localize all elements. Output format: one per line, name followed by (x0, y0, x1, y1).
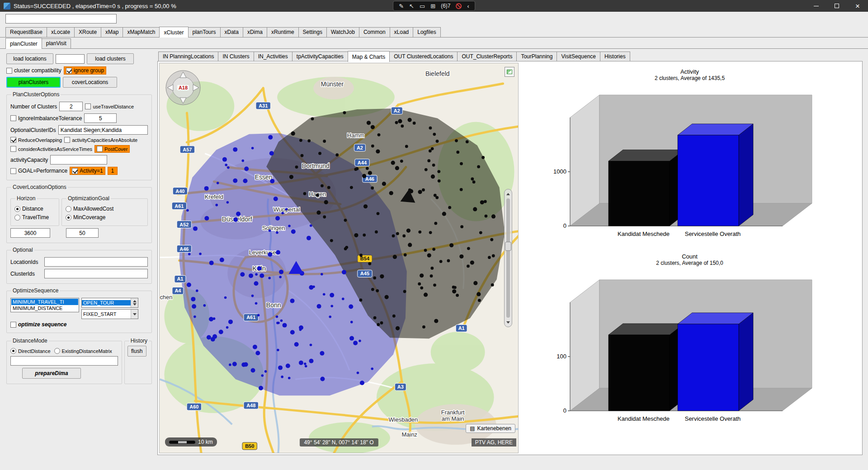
location-ids-input[interactable] (44, 257, 148, 267)
sub-tab-planvisit[interactable]: planVisit (42, 38, 71, 48)
prepare-dima-button[interactable]: prepareDima (22, 368, 81, 379)
frame-icon[interactable]: ▭ (420, 3, 425, 9)
main-tab-xmap[interactable]: xMap (101, 27, 123, 37)
checkbox-box (10, 168, 16, 174)
dropdown-arrow-icon[interactable] (131, 310, 138, 319)
cover-locations-button[interactable]: coverLocations (63, 77, 117, 88)
flush-button[interactable]: flush (127, 346, 146, 357)
fixed-start-combo[interactable]: FIXED_START (81, 309, 138, 319)
load-locations-button[interactable]: load locations (6, 53, 53, 64)
close-button[interactable]: × (847, 0, 868, 12)
horizon-traveltime-radio[interactable]: TravelTime (14, 214, 49, 221)
open-tour-combo[interactable]: OPEN_TOUR (81, 298, 138, 308)
main-tab-xcluster[interactable]: xCluster (159, 27, 188, 38)
main-tab-xdata[interactable]: xData (220, 27, 243, 37)
content-tab-in-activities[interactable]: IN_Activities (254, 52, 292, 61)
maximize-button[interactable] (826, 0, 847, 12)
ignore-imbalance-tolerance-checkbox[interactable]: IgnoreImbalanceTolerance (10, 115, 82, 122)
city-label-m-nster: Münster (321, 80, 344, 88)
content-tab-map-charts[interactable]: Map & Charts (348, 51, 390, 62)
activity-capacity-input[interactable] (50, 155, 107, 164)
post-cover-checkbox[interactable]: PostCover (94, 145, 130, 153)
main-tab-xload[interactable]: xLoad (390, 27, 414, 37)
map-zoom-slider[interactable] (504, 189, 512, 327)
main-tab-xmapmatch[interactable]: xMapMatch (123, 27, 160, 37)
spinner-arrows-icon[interactable] (131, 298, 138, 307)
list-item[interactable]: MINIMUM_TRAVEL_TI (11, 299, 78, 305)
zoom-in-button[interactable] (506, 191, 510, 197)
direct-distance-radio[interactable]: DirectDistance (10, 348, 51, 354)
imbalance-tolerance-input[interactable] (84, 113, 117, 123)
consider-activities-service-times-checkbox[interactable]: considerActivitiesAsServiceTimes (10, 146, 92, 152)
zoom-out-button[interactable] (506, 319, 510, 325)
sub-tab-plancluster[interactable]: planCluster (5, 38, 42, 49)
map-canvas[interactable]: A31A2A57A2A44A40A46A61A52A46B54A45A1A4A6… (160, 63, 519, 453)
pointer-icon[interactable]: ↖ (409, 3, 414, 9)
activity-value-badge[interactable]: 1 (108, 167, 118, 175)
number-of-clusters-input[interactable] (59, 102, 83, 111)
plan-clusters-button[interactable]: planClusters (6, 77, 61, 88)
query-input[interactable] (5, 14, 117, 24)
main-tab-watchjob[interactable]: WatchJob (326, 27, 359, 37)
svg-text:A45: A45 (360, 271, 369, 276)
horizon-value-input[interactable] (10, 228, 50, 238)
existing-distance-matrix-radio[interactable]: ExistingDistanceMatrix (54, 348, 112, 354)
group-title: OptimizeSequence (11, 287, 60, 294)
max-allowed-cost-radio[interactable]: MaxAllowedCost (66, 206, 113, 212)
zoom-handle[interactable] (505, 242, 511, 251)
goal-value-input[interactable] (66, 228, 99, 238)
load-count-input[interactable] (56, 54, 85, 64)
map-compass-control[interactable]: A18 (164, 69, 202, 107)
map-layers-button[interactable]: ▤ Kartenebenen (466, 424, 515, 433)
monitor-icon[interactable]: ⊞ (430, 3, 435, 9)
road-badge-a2: A2 (354, 144, 365, 151)
city-label-hamm: Hamm (347, 132, 364, 139)
screen-recorder-toolbar[interactable]: ✎ ↖ ▭ ⊞ (6)7 ‹ (393, 1, 475, 11)
reduce-overlapping-checkbox[interactable]: ReduceOverlapping (10, 137, 62, 143)
main-tab-logfiles[interactable]: Logfiles (413, 27, 440, 37)
activity-bar-chart: 01000Kandidat MeschedeServicestelle Over… (527, 82, 853, 245)
main-tab-xroute[interactable]: XRoute (74, 27, 101, 37)
content-tab-out-clusterreports[interactable]: OUT_ClusterReports (457, 52, 517, 61)
goal-performance-checkbox[interactable]: GOAL=Performance (10, 168, 67, 174)
main-tab-requestbase[interactable]: RequestBase (5, 27, 47, 37)
optional-cluster-ids-input[interactable] (58, 125, 148, 135)
activity-capacities-absolute-checkbox[interactable]: activityCapacitiesAreAbsolute (64, 137, 137, 143)
main-tab-xdima[interactable]: xDima (243, 27, 267, 37)
group-title: CoverLocationOptions (11, 184, 68, 190)
plan-cluster-options-group: PlanClusterOptions Number of Clusters us… (6, 91, 152, 180)
content-tab-tpactivitycapacities[interactable]: tpActivityCapacities (292, 52, 348, 61)
optimize-goal-listbox[interactable]: MINIMUM_TRAVEL_TI MINIMUM_DISTANCE (10, 298, 79, 312)
load-clusters-button[interactable]: load clusters (87, 53, 134, 64)
content-tab-tourplanning[interactable]: TourPlanning (516, 52, 557, 61)
distance-matrix-input[interactable] (10, 356, 118, 366)
content-tab-in-planninglocations[interactable]: IN PlanningLocations (158, 52, 218, 61)
zoom-track[interactable] (506, 198, 510, 318)
horizon-distance-radio[interactable]: Distance (14, 206, 43, 212)
svg-text:A44: A44 (358, 160, 367, 165)
use-travel-distance-checkbox[interactable]: useTravelDistance (85, 103, 134, 109)
activity-equals-1-checkbox[interactable]: Activity=1 (70, 167, 105, 175)
cluster-ids-input[interactable] (44, 269, 148, 278)
content-tab-in-clusters[interactable]: IN Clusters (218, 52, 254, 61)
main-tab-plantours[interactable]: planTours (188, 27, 221, 37)
main-tab-settings[interactable]: Settings (298, 27, 327, 37)
edit-icon[interactable]: ✎ (399, 3, 404, 9)
main-tab-xlocate[interactable]: xLocate (47, 27, 75, 37)
optimize-sequence-checkbox[interactable]: optimize sequence (10, 321, 66, 328)
road-badge-a31: A31 (256, 102, 270, 109)
content-tab-visitsequence[interactable]: VisitSequence (557, 52, 600, 61)
collapse-icon[interactable]: ‹ (467, 3, 469, 9)
main-tab-common[interactable]: Common (359, 27, 390, 37)
content-tab-histories[interactable]: Histories (600, 52, 630, 61)
list-item[interactable]: MINIMUM_DISTANCE (11, 305, 78, 311)
record-stop-icon[interactable] (456, 3, 462, 9)
min-coverage-radio[interactable]: MinCoverage (66, 214, 105, 221)
minimize-button[interactable] (806, 0, 826, 12)
overview-map-toggle[interactable] (505, 67, 514, 77)
ignore-group-checkbox[interactable]: ignore group (64, 66, 106, 75)
main-tab-xruntime[interactable]: xRuntime (267, 27, 299, 37)
map-panel[interactable]: A31A2A57A2A44A40A46A61A52A46B54A45A1A4A6… (159, 63, 519, 453)
cluster-compatibility-checkbox[interactable]: cluster compatibility (6, 67, 61, 74)
content-tab-out-clusteredlocations[interactable]: OUT ClusteredLocations (389, 52, 458, 61)
